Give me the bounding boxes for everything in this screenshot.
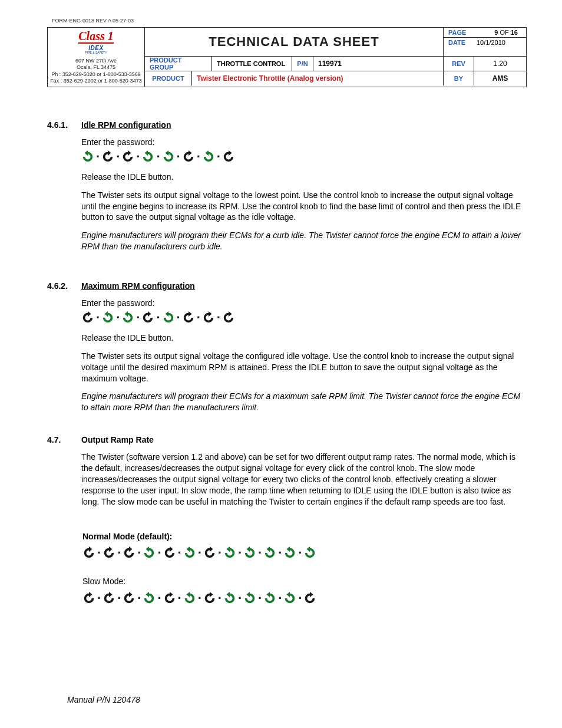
cw-arrow-icon bbox=[82, 546, 95, 559]
pn-value: 119971 bbox=[313, 57, 444, 71]
separator-dot-icon: · bbox=[238, 592, 242, 605]
cw-arrow-icon bbox=[203, 592, 216, 605]
normal-mode-block: Normal Mode (default): ··········· bbox=[82, 531, 527, 568]
password-sequence-slow: ··········· bbox=[82, 592, 527, 605]
ccw-arrow-icon bbox=[162, 311, 175, 324]
separator-dot-icon: · bbox=[197, 311, 200, 324]
ccw-arrow-icon bbox=[143, 592, 156, 605]
separator-dot-icon: · bbox=[198, 592, 201, 605]
separator-dot-icon: · bbox=[198, 546, 201, 559]
separator-dot-icon: · bbox=[238, 546, 242, 559]
company-address: 607 NW 27th Ave Ocala, FL 34475 Ph : 352… bbox=[50, 58, 142, 84]
separator-dot-icon: · bbox=[258, 592, 262, 605]
page-total: 16 bbox=[511, 29, 518, 36]
cw-arrow-icon bbox=[303, 592, 316, 605]
ccw-arrow-icon bbox=[183, 546, 196, 559]
product-group-value: THROTTLE CONTROL bbox=[212, 57, 292, 71]
cw-arrow-icon bbox=[121, 150, 134, 163]
ccw-arrow-icon bbox=[162, 150, 175, 163]
section-4-6-1: 4.6.1. Idle RPM configuration Enter the … bbox=[47, 120, 527, 259]
ccw-arrow-icon bbox=[263, 592, 276, 605]
ccw-arrow-icon bbox=[121, 311, 134, 324]
cw-arrow-icon bbox=[103, 592, 115, 605]
cw-arrow-icon bbox=[182, 150, 195, 163]
by-label: BY bbox=[444, 71, 474, 85]
cw-arrow-icon bbox=[182, 311, 195, 324]
separator-dot-icon: · bbox=[96, 311, 100, 324]
cw-arrow-icon bbox=[123, 546, 135, 559]
ccw-arrow-icon bbox=[283, 546, 296, 559]
cw-arrow-icon bbox=[163, 592, 176, 605]
ccw-arrow-icon bbox=[202, 150, 215, 163]
separator-dot-icon: · bbox=[197, 150, 200, 163]
section-4-7-title: Output Ramp Rate bbox=[81, 434, 527, 446]
separator-dot-icon: · bbox=[96, 150, 100, 163]
ccw-arrow-icon bbox=[283, 592, 296, 605]
cw-arrow-icon bbox=[203, 546, 216, 559]
ccw-arrow-icon bbox=[303, 546, 316, 559]
separator-dot-icon: · bbox=[218, 546, 222, 559]
separator-dot-icon: · bbox=[258, 546, 262, 559]
footer-manual-pn: Manual P/N 120478 bbox=[67, 695, 140, 704]
separator-dot-icon: · bbox=[136, 311, 140, 324]
password-sequence-4-6-2: ······· bbox=[81, 311, 527, 324]
cw-arrow-icon bbox=[101, 150, 114, 163]
separator-dot-icon: · bbox=[156, 150, 160, 163]
separator-dot-icon: · bbox=[116, 311, 120, 324]
separator-dot-icon: · bbox=[156, 311, 160, 324]
body-content: 4.6.1. Idle RPM configuration Enter the … bbox=[47, 120, 527, 613]
separator-dot-icon: · bbox=[136, 150, 140, 163]
separator-dot-icon: · bbox=[298, 546, 302, 559]
separator-dot-icon: · bbox=[157, 546, 161, 559]
separator-dot-icon: · bbox=[217, 150, 220, 163]
header-logo-block: Class 1 IDEX FIRE & SAFETY 607 NW 27th A… bbox=[48, 28, 145, 87]
separator-dot-icon: · bbox=[178, 592, 181, 605]
ccw-arrow-icon bbox=[81, 150, 94, 163]
page-label: PAGE bbox=[448, 29, 468, 36]
separator-dot-icon: · bbox=[278, 546, 282, 559]
ccw-arrow-icon bbox=[223, 546, 236, 559]
logo-class1: Class 1 bbox=[78, 30, 113, 44]
cw-arrow-icon bbox=[81, 311, 94, 324]
cw-arrow-icon bbox=[163, 546, 176, 559]
separator-dot-icon: · bbox=[157, 592, 161, 605]
separator-dot-icon: · bbox=[217, 311, 220, 324]
ccw-arrow-icon bbox=[243, 592, 256, 605]
date-label: DATE bbox=[448, 39, 468, 46]
ccw-arrow-icon bbox=[263, 546, 276, 559]
separator-dot-icon: · bbox=[218, 592, 222, 605]
section-4-7: 4.7. Output Ramp Rate The Twister (softw… bbox=[47, 434, 527, 514]
separator-dot-icon: · bbox=[97, 546, 101, 559]
product-label: PRODUCT bbox=[145, 71, 192, 85]
pn-label: P/N bbox=[292, 57, 313, 71]
separator-dot-icon: · bbox=[117, 592, 121, 605]
cw-arrow-icon bbox=[222, 150, 235, 163]
cw-arrow-icon bbox=[141, 311, 154, 324]
slow-mode-block: Slow Mode: ··········· bbox=[82, 576, 527, 613]
password-sequence-normal: ··········· bbox=[82, 546, 527, 559]
separator-dot-icon: · bbox=[137, 546, 141, 559]
rev-label: REV bbox=[444, 57, 474, 71]
product-group-label: PRODUCT GROUP bbox=[145, 57, 212, 71]
logo-idex-sub: FIRE & SAFETY bbox=[85, 51, 107, 54]
date-value: 10/1/2010 bbox=[468, 39, 505, 46]
section-4-6-1-title: Idle RPM configuration bbox=[81, 120, 527, 131]
ccw-arrow-icon bbox=[101, 311, 114, 324]
password-sequence-4-6-1: ······· bbox=[81, 150, 527, 163]
ccw-arrow-icon bbox=[183, 592, 196, 605]
separator-dot-icon: · bbox=[278, 592, 282, 605]
cw-arrow-icon bbox=[103, 546, 115, 559]
ccw-arrow-icon bbox=[223, 592, 236, 605]
by-value: AMS bbox=[474, 71, 526, 85]
separator-dot-icon: · bbox=[177, 150, 180, 163]
rev-value: 1.20 bbox=[474, 57, 526, 71]
page-current: 9 bbox=[494, 29, 498, 36]
separator-dot-icon: · bbox=[178, 546, 181, 559]
separator-dot-icon: · bbox=[137, 592, 141, 605]
header-table: Class 1 IDEX FIRE & SAFETY 607 NW 27th A… bbox=[47, 27, 527, 87]
form-id: FORM-ENG-0018 REV A 05-27-03 bbox=[52, 18, 527, 24]
separator-dot-icon: · bbox=[116, 150, 120, 163]
separator-dot-icon: · bbox=[117, 546, 121, 559]
ccw-arrow-icon bbox=[243, 546, 256, 559]
cw-arrow-icon bbox=[82, 592, 95, 605]
